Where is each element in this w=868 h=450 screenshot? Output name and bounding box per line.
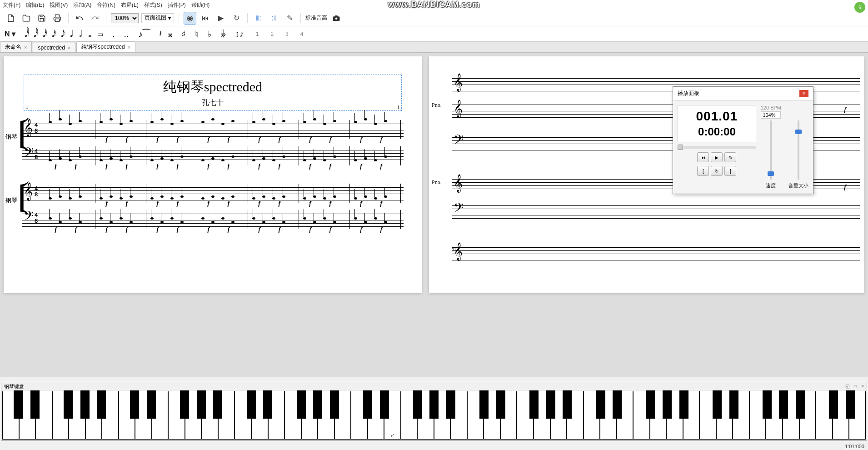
dot-icon[interactable]: . — [112, 29, 115, 39]
tab-spectreded[interactable]: spectreded× — [33, 43, 75, 52]
sharp-icon[interactable]: ♯ — [181, 29, 186, 40]
black-key[interactable] — [30, 390, 40, 419]
repeat-end-icon[interactable]: :⦀ — [268, 12, 280, 25]
undo-icon[interactable] — [73, 12, 86, 25]
double-flat-icon[interactable]: 𝄫 — [220, 29, 226, 39]
black-key[interactable] — [380, 390, 389, 419]
black-key[interactable] — [80, 390, 90, 419]
close-icon[interactable]: × — [128, 45, 130, 50]
menu-style[interactable]: 样式(S) — [144, 1, 162, 9]
black-key[interactable] — [613, 390, 622, 419]
rewind-button[interactable]: ⏮ — [697, 152, 709, 162]
black-key[interactable] — [729, 390, 738, 419]
black-key[interactable] — [496, 390, 505, 419]
save-icon[interactable] — [35, 12, 48, 25]
redo-icon[interactable] — [89, 12, 101, 25]
piano-keys[interactable]: c' — [1, 390, 867, 440]
flip-icon[interactable]: ↕♪ — [235, 29, 244, 39]
bass-staff[interactable]: 𝄢 48 ffffffffffffff — [22, 146, 404, 165]
score-subtitle[interactable]: 孔七十 — [29, 98, 397, 108]
rewind-icon[interactable]: ⏮ — [199, 12, 212, 25]
score-page-1[interactable]: 纯钢琴spectreded 孔七十 1 1 钢琴 𝄕 𝄞 48 ffffffff… — [4, 56, 422, 293]
black-key[interactable] — [130, 390, 139, 419]
metronome-icon[interactable]: ◉ — [184, 12, 196, 25]
black-key[interactable] — [546, 390, 555, 419]
black-key[interactable] — [197, 390, 206, 419]
undock-icon[interactable]: ◱ — [845, 384, 849, 389]
voice-3[interactable]: 3 — [285, 31, 289, 37]
natural-icon[interactable]: ♮ — [195, 29, 198, 40]
menu-plugin[interactable]: 插件(P) — [168, 1, 186, 9]
voice-4[interactable]: 4 — [300, 31, 304, 37]
double-sharp-icon[interactable]: 𝄪 — [168, 29, 172, 39]
seek-slider[interactable] — [678, 146, 756, 149]
menu-layout[interactable]: 布局(L) — [121, 1, 139, 9]
title-frame[interactable]: 纯钢琴spectreded 孔七十 1 1 — [24, 75, 402, 111]
black-key[interactable] — [663, 390, 672, 419]
black-key[interactable] — [713, 390, 722, 419]
loop-start-button[interactable]: [ — [697, 166, 709, 176]
note-input-icon[interactable]: N ▾ — [5, 30, 15, 38]
black-key[interactable] — [313, 390, 322, 419]
menu-help[interactable]: 帮助(H) — [191, 1, 210, 9]
black-key[interactable] — [247, 390, 256, 419]
volume-slider[interactable]: 音量大小 — [788, 105, 808, 189]
edit-icon[interactable]: ✎ — [283, 12, 296, 25]
pitch-label[interactable]: 标准音高 — [305, 14, 327, 22]
black-key[interactable] — [147, 390, 156, 419]
black-key[interactable] — [213, 390, 222, 419]
black-key[interactable] — [180, 390, 189, 419]
note-breve-icon[interactable]: ▭ — [97, 30, 103, 38]
voice-1[interactable]: 1 — [256, 31, 259, 37]
black-key[interactable] — [763, 390, 772, 419]
repeat-start-icon[interactable]: ⦀: — [252, 12, 265, 25]
close-icon[interactable]: ✕ — [799, 90, 808, 97]
edit-button[interactable]: ✎ — [724, 152, 736, 162]
camera-icon[interactable] — [330, 12, 343, 25]
black-key[interactable] — [563, 390, 572, 419]
staff-system-2[interactable]: 钢琴 𝄕 𝄞 48 ffffffffffff 𝄢 48 ffffffffffff… — [22, 184, 404, 229]
close-icon[interactable]: × — [68, 45, 70, 50]
black-key[interactable] — [14, 390, 23, 419]
black-key[interactable] — [846, 390, 855, 419]
tempo-input[interactable] — [761, 111, 781, 119]
bass-staff[interactable]: 𝄢 48 ffffffffffffff — [22, 210, 404, 229]
black-key[interactable] — [97, 390, 106, 419]
black-key[interactable] — [413, 390, 422, 419]
black-key[interactable] — [330, 390, 339, 419]
menu-add[interactable]: 添加(A) — [73, 1, 91, 9]
open-file-icon[interactable] — [20, 12, 33, 25]
score-title[interactable]: 纯钢琴spectreded — [29, 78, 397, 96]
maximize-icon[interactable]: ◻ — [853, 384, 857, 389]
black-key[interactable] — [646, 390, 655, 419]
panel-titlebar[interactable]: 播放面板 ✕ — [673, 87, 813, 100]
new-file-icon[interactable] — [5, 12, 17, 25]
black-key[interactable] — [429, 390, 439, 419]
tab-pure-piano[interactable]: 纯钢琴spectreded× — [76, 41, 135, 52]
play-button[interactable]: ▶ — [711, 152, 723, 162]
print-icon[interactable] — [51, 12, 64, 25]
black-key[interactable] — [64, 390, 73, 419]
black-key[interactable] — [297, 390, 306, 419]
black-key[interactable] — [446, 390, 455, 419]
menu-view[interactable]: 视图(V) — [50, 1, 68, 9]
black-key[interactable] — [829, 390, 838, 419]
playback-panel[interactable]: 播放面板 ✕ 001.01 0:00:00 ⏮ ▶ ✎ [ ↻ ] 120 BP… — [673, 86, 813, 194]
close-icon[interactable]: × — [861, 384, 864, 389]
black-key[interactable] — [679, 390, 688, 419]
treble-staff[interactable]: 𝄞 48 ffffffffffff — [22, 184, 404, 203]
black-key[interactable] — [263, 390, 272, 419]
black-key[interactable] — [796, 390, 805, 419]
tempo-slider[interactable]: 120 BPM 速度 — [761, 105, 781, 189]
menu-edit[interactable]: 编辑(E) — [26, 1, 44, 9]
close-icon[interactable]: × — [24, 45, 27, 50]
black-key[interactable] — [779, 390, 788, 419]
loop-end-button[interactable]: ] — [724, 166, 736, 176]
black-key[interactable] — [363, 390, 372, 419]
black-key[interactable] — [529, 390, 539, 419]
loop-icon[interactable]: ↻ — [230, 12, 243, 25]
staff-system-1[interactable]: 钢琴 𝄕 𝄞 48 ffffffffffff 𝄢 48 ffffffffffff… — [22, 120, 404, 165]
black-key[interactable] — [479, 390, 489, 419]
tie-icon[interactable]: ♪⁀ — [138, 29, 150, 40]
flat-icon[interactable]: ♭ — [207, 29, 211, 40]
